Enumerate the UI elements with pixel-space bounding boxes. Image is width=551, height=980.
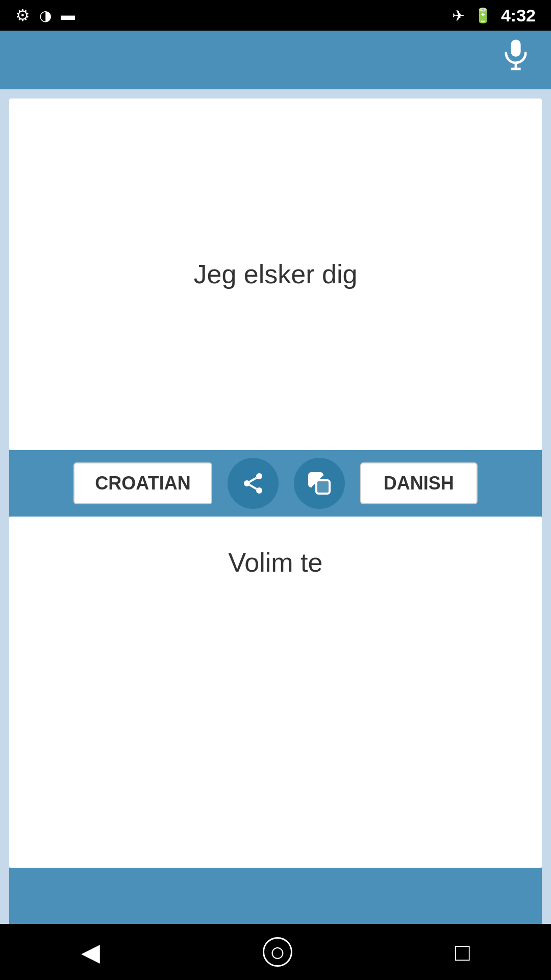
main-content: Jeg elsker dig CROATIAN DANISH Volim te	[0, 89, 551, 924]
translation-text: Volim te	[208, 517, 343, 608]
microphone-icon[interactable]	[501, 38, 531, 82]
app-header	[0, 31, 551, 89]
share-icon	[241, 471, 265, 496]
toolbar: CROATIAN DANISH	[9, 450, 542, 517]
settings-icon: ⚙	[15, 6, 30, 25]
back-button[interactable]: ◀	[81, 938, 100, 966]
status-bar: ⚙ ◑ ▬ ✈ 🔋 4:32	[0, 0, 551, 31]
copy-button[interactable]	[294, 458, 345, 509]
battery-icon: 🔋	[474, 7, 492, 24]
sdcard-icon: ▬	[61, 7, 75, 23]
target-language-button[interactable]: DANISH	[360, 462, 478, 504]
translation-text-area[interactable]: Volim te	[9, 517, 542, 868]
nav-bar: ◀ ○ □	[0, 924, 551, 980]
airplane-icon: ✈	[452, 7, 465, 24]
copy-icon	[307, 471, 332, 496]
status-bar-right: ✈ 🔋 4:32	[452, 6, 536, 26]
svg-rect-0	[511, 39, 520, 57]
brightness-icon: ◑	[39, 7, 52, 24]
source-language-button[interactable]: CROATIAN	[73, 462, 212, 504]
status-time: 4:32	[501, 6, 536, 26]
status-bar-left: ⚙ ◑ ▬	[15, 6, 75, 25]
bottom-bar	[9, 868, 542, 924]
source-text: Jeg elsker dig	[173, 238, 378, 310]
svg-point-5	[256, 487, 262, 494]
svg-line-6	[249, 485, 257, 489]
share-button[interactable]	[228, 458, 279, 509]
source-text-area[interactable]: Jeg elsker dig	[9, 99, 542, 450]
svg-rect-8	[316, 480, 330, 494]
svg-point-4	[244, 480, 250, 486]
home-button[interactable]: ○	[263, 937, 292, 967]
recent-button[interactable]: □	[455, 938, 470, 966]
svg-line-7	[249, 478, 257, 482]
svg-point-3	[256, 473, 262, 479]
